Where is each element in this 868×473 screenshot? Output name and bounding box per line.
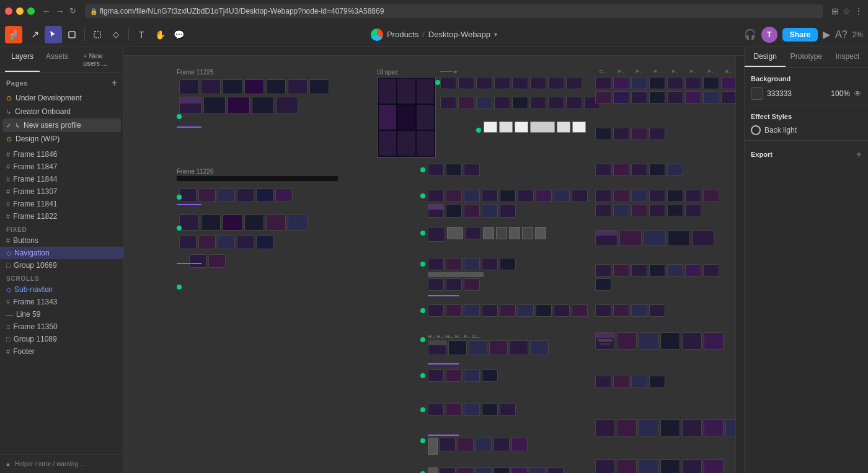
big-node — [660, 419, 680, 436]
region-select-tool[interactable] — [89, 26, 106, 43]
col-label: F... — [631, 69, 647, 74]
node — [649, 77, 665, 89]
mini-frame-large — [179, 97, 202, 114]
node — [572, 190, 588, 202]
node — [428, 278, 444, 291]
mini-frame — [179, 188, 197, 202]
node — [685, 264, 701, 276]
node — [529, 467, 546, 473]
background-section: Background 333333 100% 👁 — [745, 68, 868, 105]
back-button[interactable]: ← — [41, 6, 52, 16]
frame-row-6 — [177, 254, 363, 268]
green-dot — [476, 128, 481, 133]
zoom-level[interactable]: 2% — [852, 30, 863, 39]
node — [685, 204, 701, 216]
page-item-design-wip[interactable]: ⊙ Design (WIP) — [2, 132, 121, 146]
extensions-icon[interactable]: ⊞ — [831, 6, 839, 16]
lock-icon: 🔒 — [90, 8, 97, 15]
purple-line-2 — [177, 204, 202, 205]
tab-layers[interactable]: Layers — [5, 47, 40, 72]
layer-group-11089[interactable]: □ Group 11089 — [0, 333, 123, 345]
node — [703, 91, 719, 104]
figma-logo[interactable] — [5, 26, 22, 43]
node — [428, 369, 444, 382]
mini-frames-row-2 — [177, 97, 363, 114]
big-node — [639, 332, 658, 350]
layer-frame-11343[interactable]: # Frame 11343 — [0, 296, 123, 308]
minimize-btn[interactable] — [16, 7, 24, 15]
page-item-under-dev[interactable]: ⊙ Under Development — [2, 91, 121, 105]
node — [613, 91, 629, 104]
comment-tool[interactable]: 💬 — [170, 26, 187, 43]
color-swatch[interactable] — [751, 87, 763, 100]
page-list: ⊙ Under Development ↳ Creator Onboard ✓ … — [0, 91, 123, 146]
export-add-button[interactable]: + — [856, 149, 862, 160]
forward-button[interactable]: → — [55, 6, 66, 16]
layer-frame-11307[interactable]: # Frame 11307 — [0, 185, 123, 198]
layer-sub-navbar[interactable]: ◇ Sub-navbar — [0, 283, 123, 296]
layer-frame-11847[interactable]: # Frame 11847 — [0, 161, 123, 173]
play-button[interactable]: ▶ — [823, 29, 830, 40]
hand-tool[interactable]: ✋ — [151, 26, 169, 43]
project-page: Desktop-Webapp — [428, 30, 490, 39]
node — [530, 97, 546, 109]
big-node — [704, 332, 724, 350]
page-item-new-users[interactable]: ✓ ↳ New users profile — [2, 118, 121, 132]
layer-group-10669[interactable]: □ Group 10669 — [0, 259, 123, 272]
mini-frame — [288, 214, 308, 231]
project-icon — [371, 29, 383, 41]
frame-tool[interactable] — [63, 26, 81, 43]
node — [482, 190, 498, 202]
top-label-row: C... F... F... F... F... F... F... E... … — [595, 69, 744, 74]
more-icon[interactable]: ⋮ — [854, 6, 863, 16]
tab-prototype[interactable]: Prototype — [786, 47, 826, 67]
tab-design[interactable]: Design — [745, 47, 786, 67]
layer-frame-11841[interactable]: # Frame 11841 — [0, 198, 123, 210]
mini-frame — [179, 79, 199, 94]
page-item-creator-onboard[interactable]: ↳ Creator Onboard — [2, 105, 121, 118]
node-tall — [446, 204, 462, 218]
layer-label: Frame 11841 — [13, 200, 57, 208]
node — [595, 77, 611, 89]
canvas-area[interactable]: Frame 11225 — [124, 47, 744, 473]
layer-buttons[interactable]: # Buttons — [0, 234, 123, 247]
bookmark-icon[interactable]: ☆ — [843, 6, 851, 16]
new-users-button[interactable]: + New users ... — [77, 47, 118, 72]
refresh-button[interactable]: ↻ — [69, 6, 76, 16]
select-tool[interactable] — [45, 26, 62, 43]
node — [446, 164, 462, 176]
layer-frame-11350[interactable]: ≡ Frame 11350 — [0, 320, 123, 333]
footer-nodes — [595, 459, 724, 473]
add-page-button[interactable]: + — [112, 77, 117, 89]
spec-node — [548, 77, 564, 89]
right-ruler — [735, 47, 744, 473]
layer-line-59[interactable]: — Line 59 — [0, 308, 123, 320]
fcr-9 — [595, 419, 744, 436]
layer-frame-11846[interactable]: # Frame 11846 — [0, 148, 123, 161]
close-btn[interactable] — [5, 7, 12, 15]
text-tool[interactable]: T — [133, 26, 150, 43]
layer-frame-11844[interactable]: # Frame 11844 — [0, 173, 123, 185]
present-icon[interactable]: 🎧 — [744, 29, 756, 40]
address-bar[interactable]: 🔒 figma.com/file/NLnG7t3zxlUZbdD1oTj4U3/… — [85, 4, 823, 18]
green-dot-2 — [420, 167, 425, 172]
node — [510, 340, 528, 355]
visibility-toggle[interactable]: 👁 — [854, 89, 862, 99]
node — [476, 438, 492, 451]
shape-tool[interactable]: ◇ — [107, 26, 125, 43]
node — [649, 164, 665, 176]
share-button[interactable]: Share — [782, 28, 818, 42]
tab-inspect[interactable]: Inspect — [827, 47, 868, 67]
cluster-y575 — [428, 404, 516, 416]
tab-assets[interactable]: Assets — [40, 47, 74, 72]
node — [428, 404, 444, 416]
cluster-y290 — [428, 227, 546, 242]
accessibility-icon[interactable]: A? — [835, 29, 848, 40]
sc-cell — [397, 131, 415, 156]
maximize-btn[interactable] — [27, 7, 35, 15]
layer-frame-11822[interactable]: # Frame 11822 — [0, 210, 123, 223]
move-tool[interactable]: ↗ — [26, 26, 43, 43]
layer-footer[interactable]: # Footer — [0, 345, 123, 358]
layer-navigation[interactable]: ◇ Navigation — [0, 247, 123, 259]
page-dropdown-arrow[interactable]: ▾ — [494, 31, 497, 38]
